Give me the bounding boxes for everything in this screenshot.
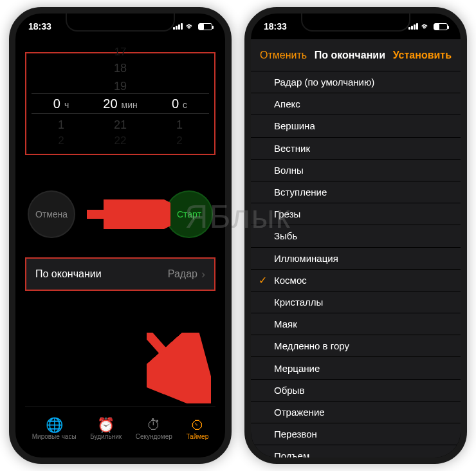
sound-label: Медленно в гору [274,340,349,351]
sound-option[interactable]: Медленно в гору [251,335,461,357]
signal-icon [173,23,183,30]
stopwatch-icon: ⏱ [136,418,172,433]
sound-label: Обрыв [274,385,304,396]
sound-label: Волны [274,165,304,176]
sound-option[interactable]: Радар (по умолчанию) [251,71,461,93]
wifi-icon: ᯤ [186,21,195,32]
phone-sound-picker: 18:33 ᯤ Отменить По окончании Установить… [244,7,467,464]
tab-alarm[interactable]: ⏰Будильник [90,418,122,440]
sound-option[interactable]: Апекс [251,93,461,115]
sound-option[interactable]: Маяк [251,313,461,335]
signal-icon [408,23,418,30]
arrow-annotation [147,333,211,403]
battery-icon [434,23,448,30]
sound-label: Отражение [274,407,325,418]
sound-option[interactable]: Подъем [251,445,461,457]
end-value: Радар [168,268,197,280]
end-label: По окончании [35,268,102,280]
sound-option[interactable]: Волны [251,160,461,181]
sound-option[interactable]: Отражение [251,402,461,423]
tab-bar: 🌐Мировые часы ⏰Будильник ⏱Секундомер ⏲Та… [25,406,215,451]
arrow-annotation [87,199,170,229]
sound-option[interactable]: Грезы [251,203,461,225]
sound-label: Иллюминация [274,253,338,264]
chevron-right-icon: › [201,268,205,281]
tab-timer[interactable]: ⏲Таймер [186,418,208,440]
checkmark-icon: ✓ [259,274,267,286]
notch [301,14,410,32]
duration-picker[interactable]: 1 2 17 18 19 21 22 1 2 [32,60,209,147]
alarm-icon: ⏰ [90,418,122,433]
sound-option[interactable]: Мерцание [251,357,461,379]
highlight-picker: 1 2 17 18 19 21 22 1 2 [25,52,215,155]
sound-option[interactable]: Зыбь [251,225,461,247]
svg-line-3 [147,333,198,391]
sound-label: Мерцание [274,363,320,374]
sound-label: Радар (по умолчанию) [274,77,374,88]
sound-label: Маяк [274,319,297,329]
sound-label: Вступление [274,187,327,198]
start-button[interactable]: Старт [165,190,213,238]
tab-world-clock[interactable]: 🌐Мировые часы [32,418,77,440]
sound-label: Космос [274,275,307,286]
cancel-button[interactable]: Отмена [28,190,75,238]
sound-label: Апекс [274,98,300,109]
highlight-end-row: По окончании Радар› [25,257,215,291]
modal-header: Отменить По окончании Установить [251,39,461,71]
sound-label: Вестник [274,143,310,154]
modal-title: По окончании [315,50,385,61]
set-button[interactable]: Установить [393,50,452,61]
sound-option[interactable]: Перезвон [251,423,461,445]
status-time: 18:33 [28,21,51,32]
sound-option[interactable]: Вершина [251,115,461,137]
when-timer-ends-row[interactable]: По окончании Радар› [26,259,214,290]
globe-icon: 🌐 [32,418,77,433]
tab-stopwatch[interactable]: ⏱Секундомер [136,418,172,440]
phone-timer: 18:33 ᯤ 1 2 17 18 19 [9,7,232,464]
status-time: 18:33 [264,21,287,32]
sound-label: Перезвон [274,429,317,439]
sound-option[interactable]: Вестник [251,138,461,160]
cancel-button[interactable]: Отменить [260,50,307,61]
sound-label: Грезы [274,208,300,219]
sound-option[interactable]: ✓Космос [251,270,461,291]
wifi-icon: ᯤ [421,21,430,32]
sound-list[interactable]: Радар (по умолчанию)АпексВершинаВестникВ… [251,71,461,457]
sound-label: Подъем [274,450,309,457]
sound-option[interactable]: Кристаллы [251,291,461,313]
sound-label: Кристаллы [274,297,323,308]
sound-label: Вершина [274,120,315,131]
battery-icon [198,23,212,30]
timer-icon: ⏲ [186,418,208,433]
sound-option[interactable]: Обрыв [251,380,461,402]
sound-label: Зыбь [274,230,297,241]
notch [66,14,175,32]
sound-option[interactable]: Иллюминация [251,248,461,270]
sound-option[interactable]: Вступление [251,181,461,203]
